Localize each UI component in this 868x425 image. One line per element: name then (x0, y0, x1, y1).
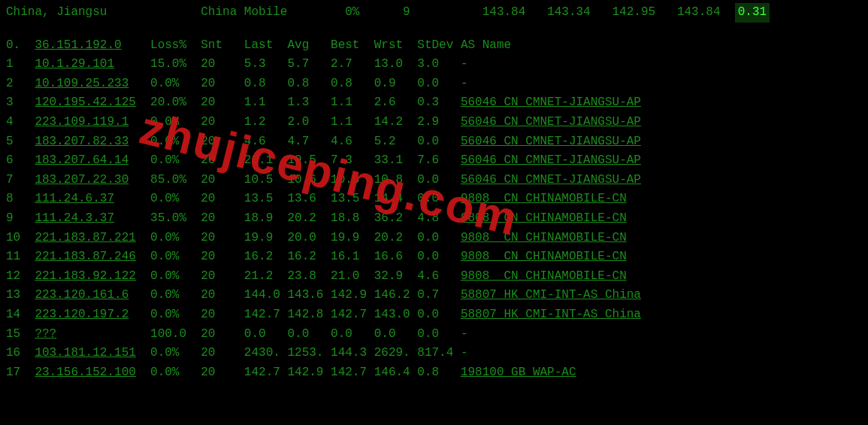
cell-hop: 10 (6, 229, 35, 248)
cell-avg: 143.6 (287, 286, 331, 305)
cell-as[interactable]: 56046 CN CMNET-JIANGSU-AP (461, 93, 862, 113)
header-stdev: StDev (417, 36, 461, 56)
cell-hop: 7 (6, 171, 35, 190)
cell-as[interactable]: 9808 CN CHINAMOBILE-CN (461, 267, 862, 287)
cell-stdev: 0.0 (417, 325, 461, 345)
cell-host[interactable]: 183.207.82.33 (35, 132, 150, 152)
cell-avg: 1.3 (287, 93, 331, 113)
cell-host[interactable]: 10.1.29.101 (35, 55, 150, 74)
cell-stdev: 0.0 (417, 171, 461, 190)
cell-snt: 20 (201, 325, 244, 345)
cell-snt: 20 (201, 74, 244, 94)
cell-as[interactable]: 198100 GB WAP-AC (461, 363, 862, 383)
cell-loss: 0.0% (150, 305, 201, 325)
cell-avg: 5.7 (287, 55, 331, 74)
cell-last: 16.2 (244, 247, 288, 267)
cell-stdev: 0.8 (417, 363, 461, 383)
cell-host[interactable]: 223.120.161.6 (35, 286, 150, 305)
cell-as[interactable]: 56046 CN CMNET-JIANGSU-AP (461, 113, 862, 132)
cell-as[interactable]: 9808 CN CHINAMOBILE-CN (461, 209, 862, 229)
cell-stdev: 4.8 (417, 209, 461, 229)
summary-last: 143.84 (482, 3, 547, 23)
cell-last: 4.6 (244, 132, 288, 152)
cell-host[interactable]: 183.207.22.30 (35, 171, 150, 190)
cell-host[interactable]: 10.109.25.233 (35, 74, 150, 94)
cell-snt: 20 (201, 344, 244, 363)
cell-hop: 14 (6, 305, 35, 325)
cell-as[interactable]: 9808 CN CHINAMOBILE-CN (461, 247, 862, 267)
header-avg: Avg (287, 36, 331, 56)
cell-avg: 13.6 (287, 190, 331, 209)
cell-wrst: 36.2 (374, 209, 418, 229)
cell-as[interactable]: 56046 CN CMNET-JIANGSU-AP (461, 171, 862, 190)
table-row: 10221.183.87.2210.0%2019.920.019.920.20.… (6, 229, 862, 248)
cell-best: 0.8 (331, 74, 374, 94)
cell-wrst: 0.0 (374, 325, 418, 345)
cell-host[interactable]: 23.156.152.100 (35, 363, 150, 383)
cell-host[interactable]: 223.120.197.2 (35, 305, 150, 325)
cell-best: 7.3 (331, 151, 374, 171)
cell-best: 13.5 (331, 190, 374, 209)
cell-as[interactable]: 56046 CN CMNET-JIANGSU-AP (461, 151, 862, 171)
summary-loss: 0% (345, 3, 403, 23)
summary-location: China, Jiangsu (6, 3, 201, 23)
cell-as[interactable]: 9808 CN CHINAMOBILE-CN (461, 190, 862, 209)
cell-last: 2430. (244, 344, 288, 363)
cell-loss: 0.0% (150, 190, 201, 209)
cell-wrst: 10.8 (374, 171, 418, 190)
cell-as: - (461, 55, 862, 74)
header-as: AS Name (461, 36, 862, 56)
table-row: 6183.207.64.140.0%2020.119.57.333.17.656… (6, 151, 862, 171)
cell-snt: 20 (201, 55, 244, 74)
cell-best: 142.9 (331, 286, 374, 305)
cell-host[interactable]: ??? (35, 325, 150, 345)
cell-wrst: 146.2 (374, 286, 418, 305)
cell-stdev: 817.4 (417, 344, 461, 363)
cell-as[interactable]: 58807 HK CMI-INT-AS China (461, 305, 862, 325)
cell-stdev: 0.0 (417, 74, 461, 94)
cell-as: - (461, 74, 862, 94)
cell-as[interactable]: 9808 CN CHINAMOBILE-CN (461, 229, 862, 248)
cell-wrst: 2629. (374, 344, 418, 363)
cell-stdev: 0.0 (417, 229, 461, 248)
cell-last: 144.0 (244, 286, 288, 305)
cell-hop: 4 (6, 113, 35, 132)
cell-wrst: 14.2 (374, 113, 418, 132)
cell-loss: 0.0% (150, 286, 201, 305)
cell-hop: 15 (6, 325, 35, 345)
cell-last: 142.7 (244, 363, 288, 383)
cell-avg: 1253. (287, 344, 331, 363)
cell-last: 1.2 (244, 113, 288, 132)
cell-loss: 0.0% (150, 267, 201, 287)
cell-as[interactable]: 56046 CN CMNET-JIANGSU-AP (461, 132, 862, 152)
cell-loss: 85.0% (150, 171, 201, 190)
cell-best: 142.7 (331, 305, 374, 325)
header-hop: 0. (6, 36, 35, 56)
cell-hop: 11 (6, 247, 35, 267)
cell-host[interactable]: 183.207.64.14 (35, 151, 150, 171)
header-host[interactable]: 36.151.192.0 (35, 36, 150, 56)
table-row: 210.109.25.2330.0%200.80.80.80.90.0- (6, 74, 862, 94)
cell-as[interactable]: 58807 HK CMI-INT-AS China (461, 286, 862, 305)
cell-host[interactable]: 221.183.87.221 (35, 229, 150, 248)
header-wrst: Wrst (374, 36, 418, 56)
cell-host[interactable]: 223.109.119.1 (35, 113, 150, 132)
cell-avg: 4.7 (287, 132, 331, 152)
cell-wrst: 2.6 (374, 93, 418, 113)
cell-hop: 16 (6, 344, 35, 363)
cell-loss: 100.0 (150, 325, 201, 345)
cell-host[interactable]: 120.195.42.125 (35, 93, 150, 113)
cell-avg: 20.2 (287, 209, 331, 229)
cell-host[interactable]: 103.181.12.151 (35, 344, 150, 363)
cell-host[interactable]: 111.24.3.37 (35, 209, 150, 229)
cell-wrst: 13.0 (374, 55, 418, 74)
cell-wrst: 143.0 (374, 305, 418, 325)
summary-carrier: China Mobile (201, 3, 345, 23)
cell-stdev: 0.3 (417, 93, 461, 113)
cell-as: - (461, 344, 862, 363)
cell-host[interactable]: 111.24.6.37 (35, 190, 150, 209)
cell-host[interactable]: 221.183.92.122 (35, 267, 150, 287)
cell-last: 0.0 (244, 325, 288, 345)
header-best: Best (331, 36, 374, 56)
cell-host[interactable]: 221.183.87.246 (35, 247, 150, 267)
